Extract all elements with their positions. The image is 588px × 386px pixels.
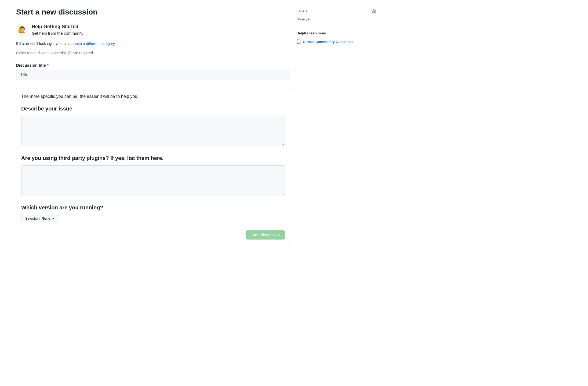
labels-section: Labels None yet bbox=[296, 9, 376, 26]
resources-section: Helpful resources GitHub Community Guide… bbox=[296, 31, 376, 49]
plugins-textarea[interactable] bbox=[21, 165, 285, 195]
title-label-text: Discussion title bbox=[16, 63, 46, 67]
category-description: Get help from the community bbox=[32, 30, 84, 37]
labels-header: Labels bbox=[296, 9, 307, 14]
sidebar: Labels None yet Helpful resources GitHub… bbox=[296, 6, 376, 244]
labels-empty: None yet bbox=[296, 17, 376, 22]
file-icon bbox=[296, 40, 301, 44]
category-hint: If this doesn't look right you can choos… bbox=[16, 41, 290, 47]
required-asterisk: * bbox=[47, 63, 49, 67]
gear-icon[interactable] bbox=[372, 9, 376, 13]
community-guidelines-link[interactable]: GitHub Community Guidelines bbox=[303, 39, 354, 45]
required-fields-note: Fields marked with an asterisk (*) are r… bbox=[16, 50, 290, 56]
version-select-value: None bbox=[42, 216, 50, 220]
resources-header: Helpful resources bbox=[296, 31, 376, 36]
version-select-label: Selection: bbox=[25, 216, 41, 220]
version-heading: Which version are you running? bbox=[21, 203, 285, 212]
category-emoji: 🙋 bbox=[16, 24, 28, 36]
chevron-down-icon bbox=[52, 218, 54, 219]
page-title: Start a new discussion bbox=[16, 6, 290, 18]
describe-issue-heading: Describe your issue bbox=[21, 105, 285, 113]
discussion-title-input[interactable] bbox=[16, 70, 290, 80]
category-row: 🙋 Help Getting Started Get help from the… bbox=[16, 23, 290, 37]
version-select-button[interactable]: Selection: None bbox=[21, 215, 58, 222]
plugins-heading: Are you using third party plugins? If ye… bbox=[21, 154, 285, 162]
hint-prefix: If this doesn't look right you can bbox=[16, 41, 70, 46]
body-intro-text: The more specific you can be, the easier… bbox=[21, 93, 285, 100]
discussion-body-card: The more specific you can be, the easier… bbox=[16, 88, 290, 244]
choose-category-link[interactable]: choose a different category. bbox=[70, 41, 116, 46]
describe-issue-textarea[interactable] bbox=[21, 116, 285, 146]
title-label: Discussion title * bbox=[16, 62, 290, 69]
category-name: Help Getting Started bbox=[32, 23, 84, 30]
start-discussion-button[interactable]: Start discussion bbox=[246, 230, 285, 240]
